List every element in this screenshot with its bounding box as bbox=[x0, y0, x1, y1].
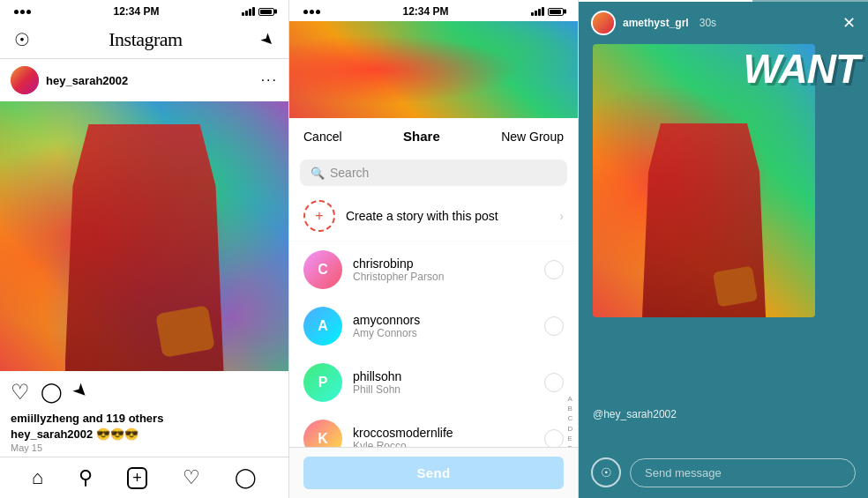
contact-avatar-2: A bbox=[303, 307, 342, 346]
contact-name-4: Kyle Rocco bbox=[353, 440, 534, 447]
share-button[interactable]: ➤ bbox=[68, 378, 94, 404]
contact-row-4[interactable]: K kroccosmodernlife Kyle Rocco bbox=[289, 411, 578, 447]
contact-radio-3[interactable] bbox=[544, 373, 564, 392]
profile-button[interactable]: ◯ bbox=[235, 466, 257, 489]
story-top-bar: amethyst_grl 30s ✕ bbox=[579, 4, 868, 41]
battery-icon-share bbox=[548, 8, 564, 16]
home-button[interactable]: ⌂ bbox=[32, 466, 43, 489]
story-time: 30s bbox=[700, 17, 716, 29]
post-actions: ♡ ◯ ➤ bbox=[0, 371, 288, 410]
direct-icon[interactable]: ➤ bbox=[256, 28, 279, 51]
more-icon[interactable]: ··· bbox=[261, 72, 278, 88]
app-logo: Instagram bbox=[108, 28, 182, 51]
share-title: Share bbox=[403, 129, 440, 144]
share-panel: 12:34 PM Cancel Share New Group 🔍 Search… bbox=[289, 0, 579, 498]
story-label: Create a story with this post bbox=[346, 209, 549, 223]
signal-bars-share bbox=[531, 7, 544, 16]
story-message-box[interactable]: Send message bbox=[630, 458, 856, 487]
status-icons bbox=[242, 7, 274, 16]
contact-info-4: kroccosmodernlife Kyle Rocco bbox=[353, 426, 534, 447]
post-image bbox=[0, 101, 288, 371]
new-group-button[interactable]: New Group bbox=[501, 130, 564, 144]
contact-handle-3: phillsohn bbox=[353, 369, 534, 383]
search-icon: 🔍 bbox=[311, 167, 325, 180]
cancel-button[interactable]: Cancel bbox=[303, 130, 342, 144]
story-chevron-icon: › bbox=[559, 209, 564, 223]
story-add-icon: + bbox=[315, 208, 323, 224]
post-header: hey_sarah2002 ··· bbox=[0, 59, 288, 101]
story-bottom: ☉ Send message bbox=[579, 447, 868, 498]
send-button[interactable]: Send bbox=[303, 457, 564, 489]
post-meta: emiillyzheng and 119 others hey_sarah200… bbox=[0, 410, 288, 457]
want-text: WANT bbox=[744, 48, 859, 89]
status-bar-feed: 12:34 PM bbox=[0, 0, 288, 21]
status-time: 12:34 PM bbox=[113, 5, 159, 18]
contact-name-3: Phill Sohn bbox=[353, 383, 534, 396]
nav-bar: ☉ Instagram ➤ bbox=[0, 21, 288, 59]
contact-row-1[interactable]: C chrisrobinp Christopher Parson bbox=[289, 242, 578, 298]
contact-avatar-1: C bbox=[303, 250, 342, 289]
story-info: Create a story with this post bbox=[346, 209, 549, 223]
signal-bars bbox=[242, 7, 255, 16]
contact-radio-2[interactable] bbox=[544, 316, 564, 336]
story-progress-fill bbox=[579, 0, 752, 2]
create-story-row[interactable]: + Create a story with this post › bbox=[289, 191, 578, 242]
status-icons-share bbox=[531, 7, 564, 16]
signal-dots bbox=[14, 10, 31, 14]
add-button[interactable]: + bbox=[127, 467, 147, 489]
contact-row-3[interactable]: P phillsohn Phill Sohn bbox=[289, 354, 578, 411]
caption-emoji: 😎😎😎 bbox=[96, 427, 138, 441]
alphabet-index: A B C D E F G H I J K L M N O P Q R S T … bbox=[564, 394, 578, 447]
activity-button[interactable]: ♡ bbox=[183, 466, 200, 489]
bottom-nav: ⌂ ⚲ + ♡ ◯ bbox=[0, 457, 288, 498]
contact-row-2[interactable]: A amyconnors Amy Connors bbox=[289, 298, 578, 354]
caption-username: hey_sarah2002 bbox=[11, 427, 93, 441]
contact-avatar-3: P bbox=[303, 363, 342, 402]
contact-handle-1: chrisrobinp bbox=[353, 256, 534, 271]
contact-name-1: Christopher Parson bbox=[353, 271, 534, 283]
battery-icon bbox=[258, 8, 274, 16]
share-search-bar[interactable]: 🔍 Search bbox=[300, 160, 567, 186]
post-likes: emiillyzheng and 119 others bbox=[11, 412, 278, 425]
camera-icon-story: ☉ bbox=[601, 465, 612, 479]
story-user-info: amethyst_grl 30s bbox=[591, 11, 716, 35]
status-time-share: 12:34 PM bbox=[402, 5, 448, 18]
post-date: May 15 bbox=[11, 442, 278, 453]
camera-icon[interactable]: ☉ bbox=[14, 29, 30, 50]
share-header: Cancel Share New Group bbox=[289, 118, 578, 154]
contact-handle-2: amyconnors bbox=[353, 313, 534, 327]
signal-dots-share bbox=[303, 10, 320, 14]
status-bar-share: 12:34 PM bbox=[289, 0, 578, 21]
story-username: amethyst_grl bbox=[623, 17, 689, 29]
contact-radio-4[interactable] bbox=[544, 429, 564, 447]
comment-button[interactable]: ◯ bbox=[41, 381, 63, 404]
story-create-avatar: + bbox=[303, 200, 335, 232]
contact-info-3: phillsohn Phill Sohn bbox=[353, 369, 534, 396]
story-camera-button[interactable]: ☉ bbox=[591, 457, 621, 487]
story-close-button[interactable]: ✕ bbox=[842, 13, 856, 33]
post-caption: hey_sarah2002 😎😎😎 bbox=[11, 427, 278, 441]
story-user-avatar[interactable] bbox=[591, 11, 616, 35]
feed-panel: 12:34 PM ☉ Instagram ➤ hey_sarah2002 ··· bbox=[0, 0, 289, 498]
like-button[interactable]: ♡ bbox=[11, 380, 30, 405]
contact-info-1: chrisrobinp Christopher Parson bbox=[353, 256, 534, 283]
share-mini-image bbox=[289, 21, 578, 118]
contact-name-2: Amy Connors bbox=[353, 327, 534, 339]
contact-avatar-4: K bbox=[303, 420, 342, 447]
story-panel: amethyst_grl 30s ✕ WANT @hey_sarah2002 ☉… bbox=[579, 0, 868, 498]
share-content: A B C D E F G H I J K L M N O P Q R S T … bbox=[289, 191, 578, 447]
contact-handle-4: kroccosmodernlife bbox=[353, 426, 534, 440]
contact-info-2: amyconnors Amy Connors bbox=[353, 313, 534, 339]
story-mention: @hey_sarah2002 bbox=[593, 408, 677, 420]
post-avatar[interactable] bbox=[11, 66, 39, 94]
search-input[interactable]: Search bbox=[330, 166, 369, 180]
story-progress bbox=[579, 0, 868, 2]
send-container: Send bbox=[289, 447, 578, 498]
post-username[interactable]: hey_sarah2002 bbox=[46, 74, 128, 87]
contact-radio-1[interactable] bbox=[544, 260, 564, 279]
search-button[interactable]: ⚲ bbox=[79, 466, 93, 489]
